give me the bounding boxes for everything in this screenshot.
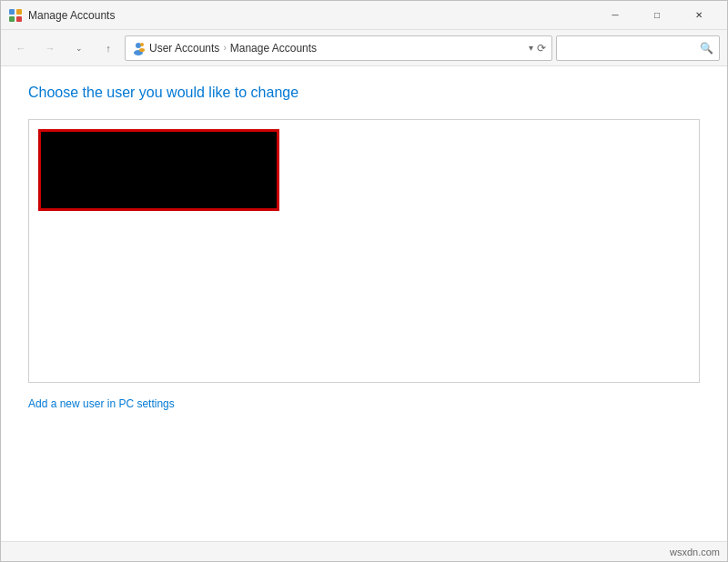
search-input[interactable] — [562, 42, 700, 55]
breadcrumb-part2: Manage Accounts — [230, 42, 317, 55]
page-heading: Choose the user you would like to change — [28, 85, 700, 101]
minimize-button[interactable]: ─ — [594, 1, 636, 30]
svg-rect-1 — [16, 9, 22, 15]
breadcrumb-part1: User Accounts — [149, 42, 219, 55]
dropdown-recent-button[interactable]: ⌄ — [66, 35, 92, 61]
title-bar-controls: ─ □ ✕ — [594, 1, 720, 30]
breadcrumb-separator-icon: › — [223, 43, 226, 53]
maximize-button[interactable]: □ — [636, 1, 678, 30]
refresh-button[interactable]: ⟳ — [537, 42, 546, 55]
forward-button[interactable]: → — [37, 35, 63, 61]
control-panel-icon — [8, 8, 23, 23]
breadcrumb: User Accounts › Manage Accounts — [149, 42, 525, 55]
title-bar: Manage Accounts ─ □ ✕ — [1, 1, 727, 30]
svg-point-4 — [136, 43, 141, 48]
nav-bar: ← → ⌄ ↑ User Accounts › Manage Accounts … — [1, 30, 727, 66]
svg-point-6 — [140, 43, 144, 46]
add-new-user-link[interactable]: Add a new user in PC settings — [28, 397, 175, 410]
back-button[interactable]: ← — [8, 35, 34, 61]
accounts-container — [28, 119, 700, 383]
address-bar[interactable]: User Accounts › Manage Accounts ▾ ⟳ — [125, 35, 552, 61]
search-bar: 🔍 — [556, 35, 720, 61]
status-bar: wsxdn.com — [1, 541, 727, 561]
main-content: Choose the user you would like to change… — [1, 66, 727, 541]
svg-rect-2 — [9, 16, 15, 22]
user-accounts-icon — [131, 41, 146, 55]
window: Manage Accounts ─ □ ✕ ← → ⌄ ↑ User Accou… — [0, 0, 728, 562]
redacted-account-block — [38, 129, 279, 211]
svg-point-7 — [139, 48, 145, 52]
title-bar-left: Manage Accounts — [8, 8, 115, 23]
address-dropdown-icon[interactable]: ▾ — [529, 43, 533, 53]
svg-rect-0 — [9, 9, 15, 15]
svg-rect-3 — [16, 16, 22, 22]
search-icon: 🔍 — [700, 42, 713, 55]
status-text: wsxdn.com — [670, 547, 720, 557]
title-bar-title: Manage Accounts — [28, 9, 115, 22]
up-button[interactable]: ↑ — [96, 35, 121, 61]
close-button[interactable]: ✕ — [678, 1, 720, 30]
